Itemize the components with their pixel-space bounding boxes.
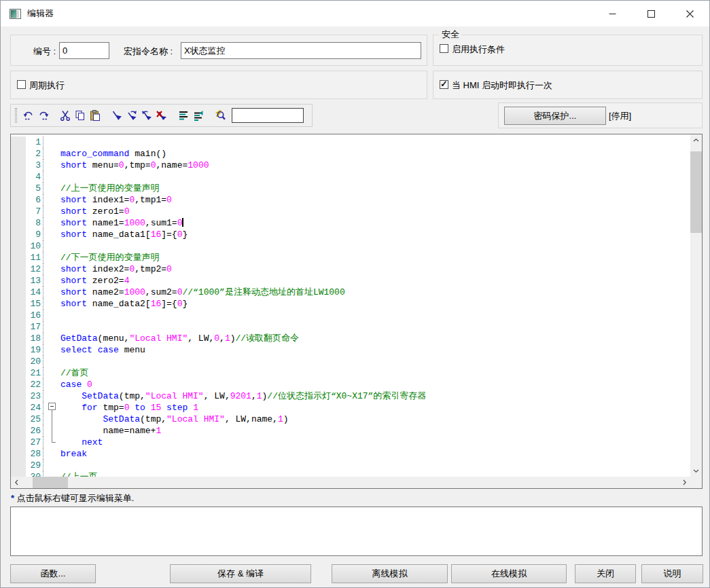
horizontal-scroll-thumb[interactable] [33, 477, 68, 488]
copy-button[interactable] [73, 107, 88, 124]
code-line: 5//上一页使用的变量声明 [11, 183, 690, 194]
close-icon [686, 10, 694, 18]
horizontal-scroll-track[interactable] [22, 477, 679, 488]
code-line: 11//下一页使用的变量声明 [11, 252, 690, 263]
fold-marker[interactable] [43, 414, 60, 425]
password-protect-button[interactable]: 密码保护... [504, 107, 606, 125]
close-dialog-button[interactable]: 关闭 [575, 564, 636, 583]
online-simulation-button[interactable]: 在线模拟 [451, 564, 567, 583]
find-icon [214, 109, 226, 122]
code-line: 7short zero1=0 [11, 206, 690, 217]
code-editor[interactable]: 12macro_command main()3short menu=0,tmp=… [11, 134, 690, 477]
close-button[interactable] [671, 1, 709, 26]
code-line: 8short name1=1000,sum1=0 [11, 217, 690, 229]
number-label: 编号 : [33, 45, 56, 58]
code-line: 1 [11, 136, 690, 148]
code-line: 22case 0 [11, 379, 690, 390]
code-line: 30//上一页 [11, 471, 690, 477]
scroll-down-arrow[interactable] [690, 465, 702, 477]
indent-button[interactable] [176, 107, 191, 124]
redo-icon [37, 109, 50, 122]
fold-marker[interactable] [43, 402, 60, 414]
code-line: 13short zero2=4 [11, 275, 690, 287]
paste-button[interactable] [88, 107, 103, 124]
fold-marker[interactable] [43, 437, 60, 448]
vertical-scroll-thumb[interactable] [690, 151, 702, 233]
cut-button[interactable] [58, 107, 73, 124]
horizontal-scrollbar[interactable] [11, 477, 690, 488]
functions-button[interactable]: 函数... [10, 564, 96, 583]
code-line: 15short name_data2[16]={0} [11, 298, 690, 310]
copy-icon [74, 109, 86, 122]
startup-checkbox[interactable] [440, 80, 448, 89]
code-line: 6short index1=0,tmp1=0 [11, 194, 690, 206]
code-line: 14short name2=1000,sum2=0//“1000”是注释动态地址… [11, 287, 690, 298]
undo-button[interactable] [21, 107, 36, 124]
right-click-hint: * 点击鼠标右键可显示编辑菜单. [11, 492, 134, 504]
vertical-scrollbar[interactable] [690, 134, 702, 477]
minimize-button[interactable] [593, 1, 632, 26]
maximize-icon [647, 10, 655, 18]
next-bookmark-button[interactable] [124, 107, 139, 124]
code-line: 21//首页 [11, 367, 690, 379]
macro-name-input[interactable] [181, 42, 421, 59]
code-line: 25 SetData(tmp,"Local HMI", LW,name,1) [11, 414, 690, 425]
enable-condition-label: 启用执行条件 [452, 43, 505, 56]
code-line: 3short menu=0,tmp=0,name=1000 [11, 160, 690, 171]
code-line: 27 next [11, 437, 690, 448]
save-compile-button[interactable]: 保存 & 编译 [170, 564, 311, 583]
startup-label: 当 HMI 启动时即执行一次 [452, 79, 552, 92]
offline-simulation-button[interactable]: 离线模拟 [332, 564, 448, 583]
code-line: 24 for tmp=0 to 15 step 1 [11, 402, 690, 414]
periodic-label: 周期执行 [29, 79, 65, 92]
next-bookmark-icon [126, 109, 138, 122]
help-button[interactable]: 说明 [641, 564, 703, 583]
macro-number-input[interactable] [59, 42, 109, 59]
code-editor-panel: 12macro_command main()3short menu=0,tmp=… [10, 134, 703, 489]
code-line: 10 [11, 240, 690, 252]
code-line: 29 [11, 460, 690, 471]
code-line: 23 SetData(tmp,"Local HMI", LW,9201,1)//… [11, 390, 690, 402]
fold-marker[interactable] [43, 425, 60, 437]
hint-text: 点击鼠标右键可显示编辑菜单. [17, 493, 135, 503]
code-line: 28break [11, 448, 690, 460]
scrollbar-corner [690, 477, 702, 488]
periodic-checkbox[interactable] [17, 80, 26, 89]
chevron-up-icon [693, 139, 699, 142]
outdent-icon [192, 109, 205, 122]
code-line: 12short index2=0,tmp2=0 [11, 263, 690, 275]
chevron-left-icon [15, 479, 18, 485]
maximize-button[interactable] [632, 1, 671, 26]
outdent-button[interactable] [191, 107, 206, 124]
scroll-left-arrow[interactable] [11, 477, 22, 488]
code-line: 4 [11, 171, 690, 183]
clear-bookmarks-icon [156, 109, 168, 122]
security-group-caption: 安全 [439, 29, 462, 40]
message-output-area[interactable] [10, 507, 703, 556]
search-input[interactable] [232, 108, 304, 123]
previous-bookmark-button[interactable] [139, 107, 154, 124]
macro-editor-window: 编辑器 编号 : 宏指令名称 : 安全 启用执行条件 [0, 0, 710, 588]
window-title: 编辑器 [27, 7, 54, 20]
code-line: 20 [11, 356, 690, 367]
code-line: 19select case menu [11, 344, 690, 356]
scroll-right-arrow[interactable] [679, 477, 690, 488]
find-button[interactable] [213, 107, 228, 124]
clear-bookmarks-button[interactable] [154, 107, 169, 124]
text-caret [182, 218, 183, 227]
code-line: 18GetData(menu,"Local HMI", LW,0,1)//读取翻… [11, 333, 690, 344]
macro-name-label: 宏指令名称 : [124, 45, 173, 58]
redo-button[interactable] [36, 107, 51, 124]
code-line: 16 [11, 310, 690, 321]
hint-star: * [11, 493, 14, 503]
enable-condition-checkbox[interactable] [440, 44, 448, 53]
password-group: 密码保护... [停用] [498, 103, 703, 128]
scroll-up-arrow[interactable] [690, 134, 702, 146]
toolbar-grip[interactable] [15, 108, 17, 123]
security-group: 安全 启用执行条件 [433, 35, 703, 66]
startup-group: 当 HMI 启动时即执行一次 [433, 71, 703, 99]
window-controls [593, 1, 709, 26]
undo-icon [22, 109, 35, 122]
code-line: 17 [11, 321, 690, 333]
toggle-bookmark-button[interactable] [109, 107, 124, 124]
